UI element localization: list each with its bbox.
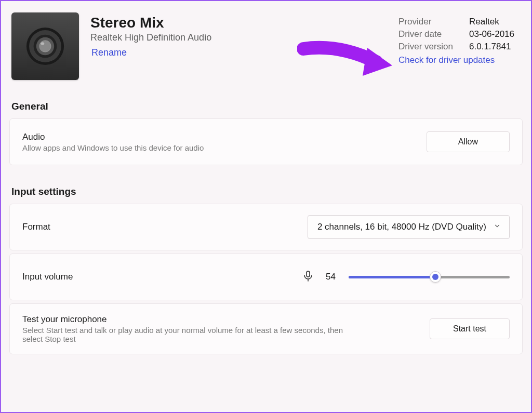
device-info-block: Stereo Mix Realtek High Definition Audio… — [90, 12, 387, 58]
driver-info-block: Provider Realtek Driver date 03-06-2016 … — [398, 12, 521, 65]
check-driver-updates-link[interactable]: Check for driver updates — [398, 55, 514, 65]
input-volume-slider[interactable] — [349, 271, 510, 283]
input-volume-card: Input volume 54 — [9, 254, 523, 300]
format-card[interactable]: Format 2 channels, 16 bit, 48000 Hz (DVD… — [9, 204, 523, 250]
device-header: Stereo Mix Realtek High Definition Audio… — [9, 12, 523, 80]
driver-version-label: Driver version — [398, 42, 461, 52]
device-speaker-icon — [11, 12, 79, 80]
driver-date-value: 03-06-2016 — [469, 29, 514, 39]
microphone-icon[interactable] — [300, 270, 316, 284]
input-volume-value: 54 — [326, 272, 339, 282]
mic-test-subtitle: Select Start test and talk or play audio… — [22, 326, 355, 343]
svg-rect-6 — [307, 271, 310, 277]
device-name: Stereo Mix — [90, 15, 387, 31]
driver-provider-value: Realtek — [469, 17, 499, 27]
section-heading-input-settings: Input settings — [9, 186, 523, 197]
audio-card-subtitle: Allow apps and Windows to use this devic… — [22, 143, 355, 152]
svg-point-4 — [39, 41, 51, 52]
driver-provider-label: Provider — [398, 17, 461, 27]
slider-thumb[interactable] — [430, 271, 441, 283]
format-selected-value: 2 channels, 16 bit, 48000 Hz (DVD Qualit… — [317, 222, 486, 232]
audio-card-title: Audio — [22, 132, 427, 142]
driver-date-label: Driver date — [398, 29, 461, 39]
rename-link[interactable]: Rename — [90, 47, 387, 58]
allow-button[interactable]: Allow — [427, 131, 510, 152]
chevron-down-icon — [494, 222, 501, 232]
audio-permission-card: Audio Allow apps and Windows to use this… — [9, 118, 523, 165]
mic-test-title: Test your microphone — [22, 314, 430, 325]
format-dropdown[interactable]: 2 channels, 16 bit, 48000 Hz (DVD Qualit… — [308, 215, 510, 239]
mic-test-card: Test your microphone Select Start test a… — [9, 303, 523, 354]
start-test-button[interactable]: Start test — [430, 318, 510, 339]
driver-version-value: 6.0.1.7841 — [469, 42, 511, 52]
device-description: Realtek High Definition Audio — [90, 32, 387, 43]
format-card-title: Format — [22, 222, 308, 232]
input-volume-title: Input volume — [22, 272, 300, 282]
section-heading-general: General — [9, 101, 523, 112]
svg-point-5 — [41, 42, 44, 45]
